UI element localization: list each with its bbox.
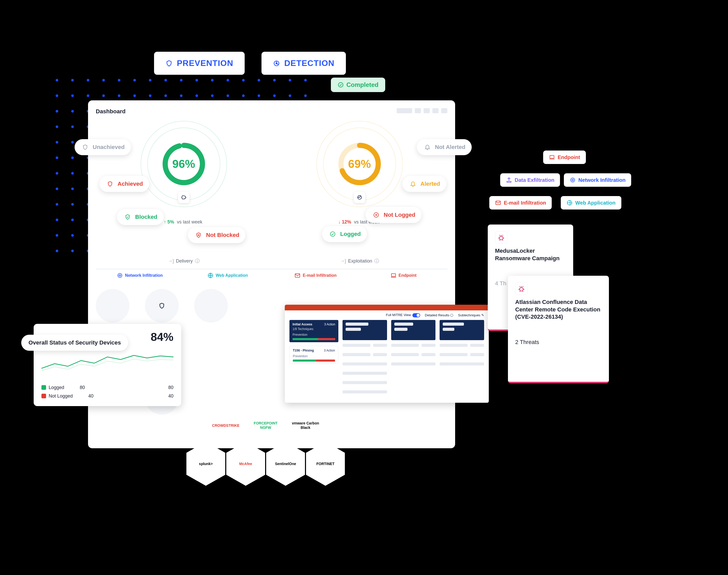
svg-point-9	[119, 275, 121, 276]
target-icon	[117, 272, 123, 278]
threat-card-atlassian[interactable]: Atlassian Confluence Data Center Remote …	[508, 276, 609, 383]
log-check-icon	[328, 230, 337, 238]
vendor-sentinelone: SentinelOne	[266, 442, 305, 486]
threat-title: Atlassian Confluence Data Center Remote …	[515, 299, 602, 321]
legend-row-notlogged: Not Logged 40 40	[41, 392, 173, 400]
shield-x-icon	[194, 231, 203, 239]
tag-network-infil[interactable]: Network Infiltration	[564, 173, 631, 187]
bell-icon	[423, 143, 432, 151]
svg-point-21	[499, 236, 503, 240]
bug-icon	[495, 231, 507, 244]
vendor-fortinet: FORTINET	[306, 442, 345, 486]
detection-gauge-value: 69%	[348, 158, 371, 170]
status-legend: Logged 80 80 Not Logged 40 40	[41, 383, 173, 400]
bell-icon	[409, 179, 417, 188]
gauges-row: 96% 69%	[96, 120, 447, 208]
tag-data-exfil[interactable]: Data Exfiltration	[500, 173, 560, 187]
header-skeleton	[397, 108, 447, 113]
svg-point-4	[165, 145, 202, 182]
chip-not-logged[interactable]: Not Logged	[366, 207, 421, 223]
info-icon: ⓘ	[374, 258, 379, 264]
target-icon	[570, 177, 576, 183]
mitre-skel-col	[440, 320, 484, 396]
cat-endpoint[interactable]: Endpoint	[359, 272, 448, 278]
tab-delivery[interactable]: →] Delivery ⓘ	[96, 253, 272, 269]
mail-icon	[294, 272, 300, 278]
vendor-mcafee: McAfee	[226, 442, 265, 486]
cat-web[interactable]: Web Application	[184, 272, 272, 278]
svg-point-8	[118, 273, 122, 277]
radar-icon	[354, 192, 365, 203]
tag-endpoint[interactable]: Endpoint	[543, 150, 586, 164]
mitre-card-initial-access[interactable]: Initial Access3 Action 1/9 Techniques Pr…	[289, 320, 338, 342]
status-card-title: Overall Status of Security Devices	[21, 335, 128, 351]
shield-icon	[158, 302, 165, 309]
prevention-delta: ↑ 5% vs last week	[164, 219, 202, 225]
prevention-label: PREVENTION	[177, 59, 233, 68]
svg-point-3	[165, 145, 202, 182]
detection-label: DETECTION	[284, 59, 335, 68]
mitre-view-toggle[interactable]: Full MITRE View	[386, 313, 420, 317]
cat-email[interactable]: E-mail Infiltration	[272, 272, 359, 278]
chip-unachieved[interactable]: Unachieved	[74, 139, 131, 155]
chip-achieved[interactable]: Achieved	[99, 176, 149, 192]
vendor-splunk: splunk>	[186, 442, 225, 486]
tag-email-infil[interactable]: E-mail Infiltration	[489, 196, 552, 209]
laptop-icon	[390, 272, 397, 278]
log-x-icon	[372, 210, 381, 219]
cat-network[interactable]: Network Infiltration	[96, 272, 184, 278]
upload-icon	[506, 177, 512, 183]
threat-title: MedusaLocker Ransomware Campaign	[495, 247, 566, 262]
svg-point-17	[571, 178, 575, 182]
status-card: Overall Status of Security Devices 84% L…	[34, 324, 181, 406]
category-row: Network Infiltration Web Application E-m…	[96, 272, 447, 278]
mitre-panel: Full MITRE View Detailed Results Subtech…	[285, 305, 489, 403]
vendor-forcepoint: FORCEPOINT NGFW	[246, 404, 285, 447]
vendor-crowdstrike: CROWDSTRIKE	[206, 404, 245, 447]
globe-icon	[208, 272, 214, 278]
legend-row-logged: Logged 80 80	[41, 383, 173, 392]
svg-point-18	[572, 179, 573, 181]
tab-exploitation[interactable]: →] Exploitation ⓘ	[272, 253, 447, 269]
detection-card[interactable]: DETECTION	[261, 52, 346, 75]
mitre-subtechniques[interactable]: Subtechniques ✎	[458, 313, 484, 317]
svg-rect-16	[550, 156, 554, 158]
dashboard-title: Dashboard	[96, 108, 447, 115]
chip-not-blocked[interactable]: Not Blocked	[188, 227, 246, 243]
bug-icon	[515, 282, 528, 295]
chip-not-alerted[interactable]: Not Alerted	[417, 139, 472, 155]
svg-point-15	[330, 232, 335, 236]
section-tabs: →] Delivery ⓘ →] Exploitation ⓘ	[96, 253, 447, 269]
prevention-gauge: 96%	[154, 134, 214, 194]
mail-icon	[495, 200, 501, 206]
mitre-grid: Initial Access3 Action 1/9 Techniques Pr…	[285, 320, 489, 396]
status-sparkline	[41, 348, 173, 379]
radar-icon	[273, 60, 280, 67]
prevention-card[interactable]: PREVENTION	[154, 52, 245, 75]
svg-point-22	[519, 288, 523, 291]
chip-blocked[interactable]: Blocked	[117, 209, 164, 225]
vendor-carbonblack: vmware Carbon Black	[286, 404, 325, 447]
completed-chip: Completed	[331, 77, 385, 92]
mitre-detailed-toggle[interactable]: Detailed Results	[425, 313, 453, 317]
chip-alerted[interactable]: Alerted	[402, 176, 446, 192]
svg-rect-12	[391, 274, 395, 276]
detection-gauge: 69%	[330, 134, 389, 194]
svg-point-5	[341, 145, 378, 182]
mitre-skel-col	[391, 320, 436, 396]
shield-icon	[81, 143, 90, 151]
shield-icon	[178, 192, 190, 203]
pencil-icon: ✎	[481, 313, 484, 317]
threat-count: 2 Threats	[515, 339, 602, 345]
tag-web-app[interactable]: Web Application	[561, 196, 621, 209]
shield-icon	[165, 60, 173, 67]
placeholder-col	[194, 289, 228, 415]
laptop-icon	[549, 154, 555, 160]
svg-point-6	[341, 145, 378, 182]
check-circle-icon	[338, 82, 344, 88]
shield-check-icon	[123, 213, 132, 222]
chip-logged[interactable]: Logged	[322, 226, 367, 242]
mitre-skel-col	[343, 320, 387, 396]
mitre-card-phishing[interactable]: T156 - Phising3 Action Prevention	[289, 346, 338, 364]
vendor-grid: CROWDSTRIKE FORCEPOINT NGFW vmware Carbo…	[186, 404, 345, 486]
